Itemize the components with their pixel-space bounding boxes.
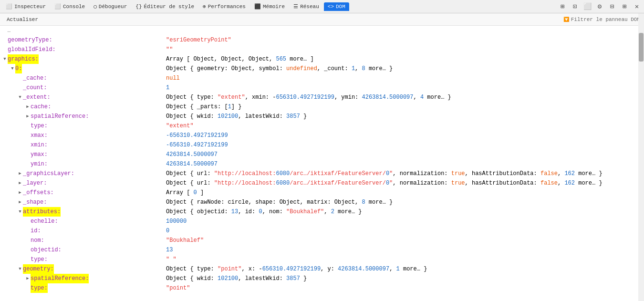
expand-arrow[interactable] [25, 276, 31, 281]
tree-row[interactable]: type: " " [0, 255, 644, 264]
value-cell: Object { wkid: 102100, latestWkid: 3857 … [162, 274, 644, 283]
tab-debugger-label: Débogueur [99, 4, 127, 10]
key-cell: nom: [0, 236, 162, 245]
expand-arrow[interactable] [17, 171, 23, 176]
tab-network[interactable]: ☰ Réseau [290, 2, 323, 11]
key-label: xmin: [31, 140, 48, 150]
collapse-arrow[interactable] [17, 94, 23, 100]
collapse-arrow[interactable] [2, 56, 8, 62]
key-label: _offsets: [23, 188, 54, 197]
value-cell: Object { url: "http://localhost:6080/arc… [162, 178, 644, 188]
key-label: _graphicsLayer: [23, 169, 74, 178]
tree-row[interactable]: geometry: Object { type: "point", x: -65… [0, 264, 644, 274]
value-cell: "" [162, 45, 644, 54]
dock-icon[interactable]: ⬜ [582, 1, 592, 12]
tree-row[interactable]: 0: Object { geometry: Object, symbol: un… [0, 64, 644, 73]
key-cell: type: [0, 255, 162, 264]
tree-row[interactable]: _layer: Object { url: "http://localhost:… [0, 178, 644, 188]
expand-arrow[interactable] [17, 190, 23, 196]
no-arrow [2, 47, 8, 52]
tree-row[interactable]: echelle: 100000 [0, 217, 644, 226]
tab-style-editor[interactable]: {} Éditeur de style [132, 2, 198, 11]
filter-icon: 🔽 [563, 17, 569, 22]
dom-tree-panel: … geometryType: "esriGeometryPoint" glob… [0, 26, 644, 301]
expand-arrow[interactable] [17, 199, 23, 205]
tree-row[interactable]: type: "extent" [0, 121, 644, 131]
key-cell: _cache: [0, 73, 162, 83]
expand-icon[interactable]: ⊞ [619, 1, 630, 12]
filter-label: Filtrer le panneau DOM [571, 17, 640, 22]
tree-row[interactable]: geometryType: "esriGeometryPoint" [0, 35, 644, 45]
key-cell: _extent: [0, 93, 162, 102]
collapse-arrow[interactable] [17, 209, 23, 215]
tree-row[interactable]: type: "point" [0, 283, 644, 293]
tree-row[interactable]: attributes: Object { objectid: 13, id: 0… [0, 207, 644, 217]
settings-icon[interactable]: ⚙ [594, 1, 605, 12]
key-label: _cache: [23, 73, 47, 83]
key-label: spatialReference: [31, 274, 89, 283]
perf-icon: ⊕ [203, 3, 206, 10]
minimize-icon[interactable]: ⊟ [607, 1, 617, 12]
key-label: xmax: [31, 131, 48, 140]
key-label: type: [31, 283, 48, 293]
tree-row[interactable]: nom: "Boukhalef" [0, 236, 644, 245]
key-label: ymax: [31, 150, 48, 159]
tree-row[interactable]: _offsets: Array [ 0 ] [0, 188, 644, 197]
key-label: _count: [23, 83, 47, 93]
expand-arrow[interactable] [25, 104, 31, 110]
tree-row[interactable]: globalIdField: "" [0, 45, 644, 54]
tab-console[interactable]: ⬜ Console [51, 2, 89, 11]
close-icon[interactable]: ✕ [632, 1, 642, 12]
tab-memory[interactable]: ⬛ Mémoire [250, 2, 289, 11]
split-vertical-icon[interactable]: ⊡ [570, 1, 580, 12]
key-label: 0: [15, 64, 22, 73]
scrollbar-track[interactable] [638, 13, 644, 301]
key-label: globalIdField: [8, 45, 56, 54]
collapse-arrow[interactable] [10, 66, 15, 72]
tab-performance[interactable]: ⊕ Performances [199, 2, 249, 11]
scrollbar-thumb[interactable] [639, 33, 644, 62]
tree-row[interactable]: _shape: Object { rawNode: circle, shape:… [0, 197, 644, 207]
tree-row[interactable]: _count: 1 [0, 83, 644, 93]
key-cell: type: [0, 121, 162, 131]
tree-row[interactable]: ymax: 4263814.5000097 [0, 150, 644, 159]
tree-row[interactable]: xmax: -656310.4927192199 [0, 131, 644, 140]
value-cell: "esriGeometryPoint" [162, 35, 644, 45]
key-label: type: [31, 121, 48, 131]
value-cell: Object { objectid: 13, id: 0, nom: "Bouk… [162, 207, 644, 217]
tree-row[interactable]: spatialReference: Object { wkid: 102100,… [0, 112, 644, 121]
expand-arrow[interactable] [25, 114, 31, 119]
debugger-icon: ◯ [93, 3, 97, 10]
value-cell: -656310.4927192199 [162, 140, 644, 150]
tree-row[interactable]: objectid: 13 [0, 245, 644, 255]
tab-inspector[interactable]: ⬜ Inspecteur [2, 2, 50, 11]
key-cell: 0: [0, 64, 162, 73]
tree-row[interactable]: ymin: 4263814.5000097 [0, 159, 644, 169]
expand-arrow[interactable] [17, 180, 23, 186]
tree-row[interactable]: _graphicsLayer: Object { url: "http://lo… [0, 169, 644, 178]
action-bar: Actualiser 🔽 Filtrer le panneau DOM [0, 13, 644, 26]
tree-row[interactable]: id: 0 [0, 226, 644, 236]
refresh-button[interactable]: Actualiser [4, 16, 41, 23]
tree-row[interactable]: cache: Object { _parts: [1] } [0, 102, 644, 112]
no-arrow [25, 123, 31, 129]
tree-row[interactable]: _cache: null [0, 73, 644, 83]
split-horizontal-icon[interactable]: ⊞ [557, 1, 568, 12]
no-arrow [25, 133, 31, 138]
devtools-toolbar: ⬜ Inspecteur ⬜ Console ◯ Débogueur {} Éd… [0, 0, 644, 13]
no-arrow [25, 238, 31, 243]
no-arrow [25, 257, 31, 262]
tab-dom[interactable]: <> DOM [324, 2, 349, 11]
no-arrow [25, 142, 31, 148]
key-cell: attributes: [0, 207, 162, 217]
value-cell: Object { url: "http://localhost:6080/arc… [162, 169, 644, 178]
tab-inspector-label: Inspecteur [14, 4, 46, 10]
tree-row[interactable]: _extent: Object { type: "extent", xmin: … [0, 93, 644, 102]
tree-row[interactable]: xmin: -656310.4927192199 [0, 140, 644, 150]
tab-network-label: Réseau [300, 4, 319, 10]
collapse-arrow[interactable] [17, 266, 23, 272]
tree-row[interactable]: spatialReference: Object { wkid: 102100,… [0, 274, 644, 283]
key-cell: _shape: [0, 197, 162, 207]
tab-debugger[interactable]: ◯ Débogueur [90, 2, 131, 11]
tree-row[interactable]: graphics: Array [ Object, Object, Object… [0, 54, 644, 64]
